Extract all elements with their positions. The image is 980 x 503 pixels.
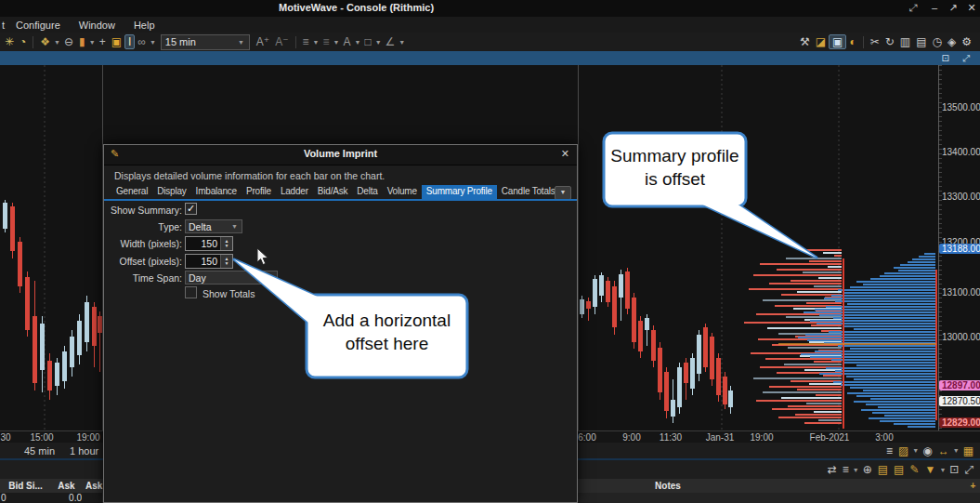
menu-icon[interactable]: ≡	[883, 444, 895, 457]
shape-icon[interactable]: □	[361, 35, 373, 48]
dialog-tab-delta[interactable]: Delta	[352, 185, 382, 199]
alarm-icon[interactable]: ◔	[17, 35, 29, 48]
dialog-tab-candle-totals[interactable]: Candle Totals	[497, 185, 555, 199]
show-totals-checkbox[interactable]	[185, 286, 197, 298]
spinner-arrows-icon[interactable]: ▲▼	[220, 255, 232, 268]
dialog-tab-general[interactable]: General	[111, 185, 152, 199]
tab-1hour[interactable]: 1 hour	[62, 445, 106, 457]
rows-menu-icon[interactable]: ≡	[840, 463, 852, 476]
zoom-out-icon[interactable]: ⊖	[61, 35, 76, 48]
annotate-icon[interactable]: ▨	[895, 444, 911, 457]
search-plus-icon[interactable]: ⊕	[860, 463, 875, 476]
dialog-tab-display[interactable]: Display	[152, 185, 190, 199]
width-spinner[interactable]: 150 ▲▼	[185, 236, 233, 251]
chevron-down-icon[interactable]: ▼	[398, 39, 406, 46]
db-import-icon[interactable]: ▤	[891, 463, 907, 476]
offset-value: 150	[186, 255, 220, 268]
resize-columns-icon[interactable]: ⇄	[825, 463, 840, 476]
tools-icon[interactable]: ✂	[868, 35, 882, 48]
menu-item-help[interactable]: Help	[124, 20, 164, 31]
time-tick-label: 19:00	[76, 432, 99, 443]
chart-window-titlebar[interactable]: ⊡ ⤢	[0, 51, 980, 65]
menu-item-window[interactable]: Window	[70, 20, 124, 31]
calendar-icon[interactable]: ▦	[960, 444, 976, 457]
db-export-icon[interactable]: ▤	[875, 463, 891, 476]
depth-chart-icon[interactable]: ◪	[813, 35, 829, 48]
show-summary-checkbox[interactable]: ✓	[185, 203, 197, 215]
add-icon[interactable]: +	[97, 35, 109, 48]
tag-icon[interactable]: ◈	[945, 35, 959, 48]
resize-icon[interactable]: ⤢	[960, 52, 973, 65]
windows-icon[interactable]: ▣	[829, 34, 846, 49]
expand-icon[interactable]: ⤢	[961, 463, 976, 476]
add-column-button[interactable]: +	[966, 479, 980, 493]
chevron-down-icon[interactable]: ▼	[852, 467, 860, 473]
menu-item-configure[interactable]: Configure	[7, 20, 70, 31]
close-icon[interactable]: ✕	[964, 2, 979, 14]
tab-45min[interactable]: 45 min	[17, 445, 62, 457]
price-tick-label: 13400.00	[942, 147, 980, 157]
popout-icon[interactable]: ⊡	[939, 52, 952, 65]
edit-icon[interactable]: ✎	[907, 463, 921, 476]
night-mode-icon[interactable]: ◐	[846, 35, 858, 48]
callout-summary-offset: Summary profileis offset	[604, 144, 746, 191]
chevron-down-icon[interactable]: ▼	[353, 39, 361, 46]
dialog-tab-ladder[interactable]: Ladder	[276, 185, 313, 199]
magic-wand-icon[interactable]: ✳	[2, 35, 17, 48]
gear-icon[interactable]: ⚙	[959, 35, 974, 48]
lock-icon[interactable]: ▣	[109, 35, 124, 48]
column-header-ask[interactable]: Ask	[51, 479, 83, 493]
chevron-down-icon[interactable]: ▼	[911, 447, 920, 454]
column-header-bid-size[interactable]: Bid Si...	[0, 479, 52, 493]
time-tick-label: Jan-31	[706, 432, 735, 443]
chevron-down-icon[interactable]: ▼	[374, 39, 383, 46]
text-cursor-icon[interactable]: I	[124, 34, 135, 49]
line-color-icon[interactable]: ∠	[383, 35, 399, 48]
dialog-tab-summary-profile[interactable]: Summary Profile	[422, 185, 497, 199]
fullscreen-icon[interactable]: ⤢	[906, 2, 921, 14]
dialog-tab-profile[interactable]: Profile	[242, 185, 276, 199]
column-header-blank[interactable]	[758, 479, 967, 493]
world-clock-icon[interactable]: ◷	[930, 35, 945, 48]
dialog-tab-imbalance[interactable]: Imbalance	[191, 185, 242, 199]
dom-columns-icon[interactable]: ▥	[897, 35, 913, 48]
minimize-icon[interactable]: –	[927, 2, 942, 13]
dialog-tab-volume[interactable]: Volume	[383, 185, 422, 199]
dialog-tab-bid-ask[interactable]: Bid/Ask	[313, 185, 353, 199]
notes-row[interactable]	[578, 493, 967, 503]
time-span-select[interactable]: Day	[185, 271, 278, 285]
font-decrease-icon[interactable]: A⁻	[272, 35, 291, 48]
popout-icon[interactable]: ⊡	[947, 463, 961, 476]
chevron-down-icon[interactable]: ▼	[938, 467, 947, 473]
bar-spacing-icon[interactable]: ↔	[935, 444, 952, 457]
offset-spinner[interactable]: 150 ▲▼	[185, 254, 233, 269]
chevron-down-icon[interactable]: ▼	[149, 39, 157, 46]
console-tools-icon[interactable]: ⚒	[797, 35, 813, 48]
dialog-titlebar[interactable]: ✎ Volume Imprint ✕	[104, 145, 577, 165]
ledger-icon[interactable]: ▤	[913, 35, 929, 48]
chevron-down-icon[interactable]: ▼	[88, 39, 97, 46]
chevron-down-icon[interactable]: ▼	[952, 447, 960, 454]
spinner-arrows-icon[interactable]: ▲▼	[220, 237, 232, 250]
tab-overflow-button[interactable]: ▼	[555, 186, 571, 200]
font-increase-icon[interactable]: A⁺	[254, 35, 272, 48]
refresh-icon[interactable]: ↻	[882, 35, 897, 48]
hand-tool-icon[interactable]: ❖	[37, 35, 53, 48]
time-tick-label: 19:00	[750, 432, 773, 443]
line-style-icon[interactable]: ≡	[300, 35, 312, 48]
eye-icon[interactable]: ◉	[920, 444, 934, 457]
marker-tool-icon[interactable]: ▮	[76, 35, 88, 48]
dialog-close-icon[interactable]: ✕	[561, 148, 569, 160]
chevron-down-icon[interactable]: ▼	[53, 39, 61, 46]
chevron-down-icon[interactable]: ▼	[332, 39, 340, 46]
menu-item-partial[interactable]: t	[0, 20, 7, 31]
link-icon[interactable]: ∞	[135, 35, 149, 48]
chevron-down-icon[interactable]: ▼	[312, 39, 320, 46]
type-select[interactable]: Delta ▼	[185, 219, 242, 233]
filter-icon[interactable]: ▼	[922, 463, 939, 476]
restore-icon[interactable]: ↗	[946, 2, 960, 14]
timeframe-select[interactable]: 15 min ▼	[161, 34, 250, 50]
column-header-notes[interactable]: Notes	[578, 479, 759, 493]
font-color-icon[interactable]: A	[340, 35, 353, 48]
bar-style-icon[interactable]: ≡	[320, 35, 332, 48]
